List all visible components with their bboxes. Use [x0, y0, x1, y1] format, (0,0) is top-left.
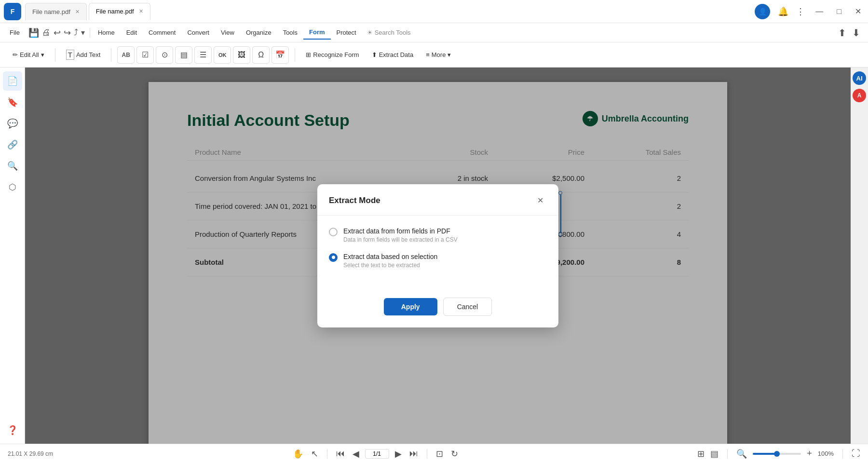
option1-desc: Data in form fields will be extracted in… — [343, 236, 458, 243]
extract-data-button[interactable]: ⬆ Extract Data — [367, 48, 419, 61]
more-button[interactable]: ≡ More ▾ — [421, 48, 456, 61]
date-icon[interactable]: 📅 — [271, 46, 289, 64]
zoom-out-button[interactable]: 🔍 — [736, 449, 747, 459]
listbox-icon[interactable]: ☰ — [194, 46, 212, 64]
right-panel: AI A — [851, 68, 868, 102]
accessibility-button[interactable]: A — [853, 89, 866, 102]
menu-form[interactable]: Form — [303, 26, 331, 40]
tab-1-close[interactable]: ✕ — [75, 9, 80, 15]
option2-text: Extract data based on selection Select t… — [343, 253, 437, 269]
sidebar-item-search[interactable]: 🔍 — [3, 156, 22, 176]
toolbar-sep-3 — [295, 48, 295, 62]
modal-title: Extract Mode — [329, 196, 380, 205]
edit-all-button[interactable]: ✏ Edit All ▾ — [8, 48, 49, 61]
combobox-icon[interactable]: ▤ — [175, 46, 192, 64]
search-tools-icon: ☀ — [367, 29, 373, 36]
toolbar-dropdown-icon[interactable]: ▾ — [81, 28, 85, 37]
ai-button[interactable]: AI — [853, 71, 866, 85]
nav-sep-2 — [427, 449, 427, 459]
page-navigation: ✋ ↖ ⏮ ◀ ▶ ⏭ ⊡ ↻ — [291, 447, 460, 461]
formula-icon[interactable]: Ω — [252, 46, 270, 64]
menu-protect[interactable]: Protect — [331, 26, 362, 39]
toolbar-share-icon[interactable]: ⤴ — [74, 27, 78, 38]
cancel-button[interactable]: Cancel — [443, 298, 492, 316]
minimize-button[interactable]: — — [813, 7, 826, 16]
menu-bar: File 💾 🖨 ↩ ↪ ⤴ ▾ Home Edit Comment Conve… — [0, 23, 868, 42]
modal-header: Extract Mode ✕ — [317, 184, 558, 216]
maximize-button[interactable]: □ — [834, 7, 844, 16]
modal-close-button[interactable]: ✕ — [533, 194, 547, 207]
menu-tools[interactable]: Tools — [277, 26, 303, 39]
page-mode-icon[interactable]: ⊞ — [697, 449, 705, 459]
extract-data-icon: ⬆ — [372, 51, 377, 58]
rotate-icon[interactable]: ↻ — [449, 447, 460, 461]
toolbar-print-icon[interactable]: 🖨 — [42, 27, 51, 38]
zoom-in-button[interactable]: + — [807, 449, 812, 459]
prev-page-button[interactable]: ◀ — [351, 447, 361, 461]
toolbar-undo-icon[interactable]: ↩ — [54, 27, 61, 38]
modal-footer: Apply Cancel — [317, 290, 558, 327]
add-text-button[interactable]: T Add Text — [61, 47, 106, 63]
menu-edit[interactable]: Edit — [121, 26, 143, 39]
nav-sep-1 — [327, 449, 327, 459]
zoom-controls: ⊞ ▤ 🔍 + 100% ⛶ — [697, 449, 860, 459]
image-field-icon[interactable]: 🖼 — [233, 46, 250, 64]
modal-overlay: Extract Mode ✕ Extract data from form fi… — [25, 68, 851, 444]
more-icon[interactable]: ⋮ — [796, 6, 805, 17]
cloud-upload-icon[interactable]: ⬆ — [838, 27, 846, 39]
toolbar-sep-1 — [55, 48, 55, 62]
menu-file[interactable]: File — [4, 26, 26, 39]
select-tool-icon[interactable]: ↖ — [309, 447, 320, 461]
left-sidebar: 📄 🔖 💬 🔗 🔍 ⬡ ❓ — [0, 68, 25, 444]
more-dropdown-icon: ▾ — [448, 51, 451, 58]
ok-icon[interactable]: OK — [214, 46, 231, 64]
notification-icon[interactable]: 🔔 — [778, 6, 788, 17]
last-page-button[interactable]: ⏭ — [407, 447, 420, 461]
option2-label: Extract data based on selection — [343, 253, 437, 260]
sidebar-item-layers[interactable]: ⬡ — [3, 177, 22, 197]
toolbar-save-icon[interactable]: 💾 — [28, 27, 39, 38]
sidebar-item-pages[interactable]: 📄 — [3, 71, 22, 91]
text-field-icon[interactable]: AB — [117, 46, 135, 64]
sidebar-item-links[interactable]: 🔗 — [3, 135, 22, 154]
menu-view[interactable]: View — [215, 26, 240, 39]
toolbar-redo-icon[interactable]: ↪ — [64, 27, 71, 38]
search-tools-label: Search Tools — [375, 29, 411, 36]
option2-radio[interactable]: Extract data based on selection Select t… — [329, 253, 547, 269]
tab-2[interactable]: File name.pdf ✕ — [89, 3, 150, 20]
sidebar-item-bookmarks[interactable]: 🔖 — [3, 93, 22, 112]
next-page-button[interactable]: ▶ — [393, 447, 404, 461]
zoom-thumb[interactable] — [774, 451, 780, 457]
sidebar-item-help[interactable]: ❓ — [3, 421, 22, 440]
recognize-form-button[interactable]: ⊞ Recognize Form — [301, 48, 364, 61]
fit-page-icon[interactable]: ⊡ — [434, 447, 445, 461]
radio-icon[interactable]: ⊙ — [156, 46, 173, 64]
menu-convert[interactable]: Convert — [181, 26, 215, 39]
option1-radio-circle — [329, 228, 338, 236]
fullscreen-button[interactable]: ⛶ — [852, 449, 860, 459]
close-button[interactable]: ✕ — [852, 7, 864, 16]
form-fields-group: AB ☑ ⊙ ▤ ☰ OK 🖼 Ω 📅 — [117, 46, 289, 64]
menu-search-tools[interactable]: ☀ Search Tools — [362, 26, 416, 39]
menu-comment[interactable]: Comment — [143, 26, 181, 39]
menu-home[interactable]: Home — [92, 26, 121, 39]
title-bar-right: 👤 🔔 ⋮ — □ ✕ — [755, 4, 864, 19]
apply-button[interactable]: Apply — [384, 298, 437, 315]
cursor-tool-icon[interactable]: ✋ — [291, 447, 305, 461]
sidebar-item-comments[interactable]: 💬 — [3, 114, 22, 133]
tab-1[interactable]: File name.pdf ✕ — [25, 3, 87, 20]
extract-mode-dialog: Extract Mode ✕ Extract data from form fi… — [317, 184, 558, 327]
option1-radio[interactable]: Extract data from form fields in PDF Dat… — [329, 227, 547, 243]
sync-icon[interactable]: ⬇ — [852, 27, 860, 39]
zoom-sep-2 — [842, 449, 843, 459]
zoom-slider[interactable] — [753, 453, 801, 455]
menu-organize[interactable]: Organize — [240, 26, 277, 39]
first-page-button[interactable]: ⏮ — [334, 447, 347, 461]
checkbox-icon[interactable]: ☑ — [136, 46, 154, 64]
view-mode-icon[interactable]: ▤ — [710, 449, 719, 459]
avatar[interactable]: 👤 — [755, 4, 770, 19]
page-input[interactable] — [365, 449, 389, 459]
zoom-fill — [753, 453, 777, 455]
more-icon: ≡ — [426, 51, 430, 58]
tab-2-close[interactable]: ✕ — [139, 8, 143, 14]
